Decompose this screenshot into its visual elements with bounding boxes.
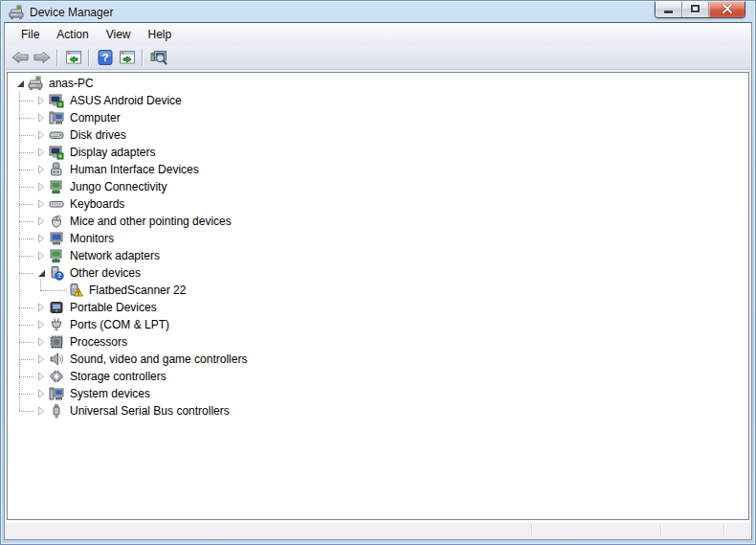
expander-collapsed-icon[interactable] bbox=[35, 112, 47, 124]
tree-item-disk-drives[interactable]: Disk drives bbox=[8, 126, 748, 144]
forward-arrow-icon bbox=[33, 50, 52, 65]
expander-collapsed-icon[interactable] bbox=[35, 353, 47, 365]
expander-collapsed-icon[interactable] bbox=[35, 129, 47, 141]
tree-item-human-interface-devices[interactable]: Human Interface Devices bbox=[8, 161, 748, 178]
unknown-device-warning-icon bbox=[68, 283, 83, 298]
toolbar-separator bbox=[88, 49, 89, 66]
status-bar bbox=[7, 522, 749, 538]
storage-controller-icon bbox=[49, 369, 64, 384]
tree-item-ports-com-lpt[interactable]: Ports (COM & LPT) bbox=[8, 316, 748, 333]
menu-view[interactable]: View bbox=[98, 25, 140, 44]
display-adapter-icon bbox=[49, 93, 64, 108]
expander-collapsed-icon[interactable] bbox=[35, 181, 47, 193]
menu-action[interactable]: Action bbox=[48, 25, 97, 44]
tree-item-usb-controllers[interactable]: Universal Serial Bus controllers bbox=[8, 402, 748, 420]
forward-button[interactable] bbox=[31, 47, 53, 68]
tree-item-network-adapters[interactable]: Network adapters bbox=[8, 247, 748, 264]
show-hide-action-pane-button[interactable] bbox=[116, 47, 138, 68]
tree-item-sound-video-game-controllers[interactable]: Sound, video and game controllers bbox=[8, 351, 748, 368]
expander-collapsed-icon[interactable] bbox=[35, 147, 47, 158]
maximize-button[interactable] bbox=[682, 0, 709, 17]
expander-collapsed-icon[interactable] bbox=[35, 319, 47, 330]
action-pane-icon bbox=[120, 50, 135, 65]
status-separator bbox=[660, 525, 661, 536]
toolbar-separator bbox=[142, 49, 143, 66]
scan-hardware-icon bbox=[150, 50, 167, 65]
maximize-icon bbox=[691, 5, 700, 12]
expander-collapsed-icon[interactable] bbox=[35, 233, 47, 244]
title-bar[interactable]: Device Manager bbox=[1, 1, 755, 22]
expander-expanded-icon[interactable] bbox=[35, 267, 47, 279]
tree-item-portable-devices[interactable]: Portable Devices bbox=[8, 299, 748, 316]
computer-monitor-icon bbox=[49, 110, 64, 125]
back-arrow-icon bbox=[11, 50, 30, 65]
status-separator bbox=[723, 525, 724, 536]
unknown-device-icon bbox=[49, 265, 64, 281]
tree-item-computer[interactable]: Computer bbox=[8, 109, 748, 126]
display-adapter-icon bbox=[49, 145, 64, 160]
mouse-icon bbox=[49, 214, 64, 229]
serial-port-icon bbox=[49, 317, 64, 332]
minimize-icon bbox=[664, 11, 673, 13]
network-adapter-icon bbox=[49, 248, 64, 263]
tree-item-jungo-connectivity[interactable]: Jungo Connectivity bbox=[8, 178, 748, 195]
expander-collapsed-icon[interactable] bbox=[35, 216, 47, 227]
toolbar-separator bbox=[56, 49, 57, 66]
expander-collapsed-icon[interactable] bbox=[35, 250, 47, 261]
client-area: File Action View Help bbox=[4, 22, 752, 540]
close-icon bbox=[722, 4, 733, 13]
expander-collapsed-icon[interactable] bbox=[35, 371, 47, 382]
close-button[interactable] bbox=[709, 0, 745, 17]
menu-file[interactable]: File bbox=[12, 25, 48, 44]
expander-collapsed-icon[interactable] bbox=[35, 95, 47, 106]
network-adapter-icon bbox=[49, 179, 64, 194]
monitor-icon bbox=[49, 231, 64, 246]
tree-item-display-adapters[interactable]: Display adapters bbox=[8, 144, 748, 161]
tree-item-mice[interactable]: Mice and other pointing devices bbox=[8, 213, 748, 230]
computer-icon bbox=[28, 76, 43, 91]
menu-help[interactable]: Help bbox=[140, 25, 181, 44]
tree-item-flatbedscanner-22[interactable]: FlatbedScanner 22 bbox=[8, 282, 748, 299]
hid-device-icon bbox=[49, 162, 64, 177]
status-separator bbox=[531, 525, 532, 536]
show-hide-console-tree-button[interactable] bbox=[62, 47, 84, 68]
help-button[interactable] bbox=[94, 47, 116, 68]
tree-item-asus-android-device[interactable]: ASUS Android Device bbox=[8, 92, 748, 109]
tree-item-keyboards[interactable]: Keyboards bbox=[8, 195, 748, 213]
portable-device-icon bbox=[49, 300, 64, 315]
usb-controller-icon bbox=[49, 403, 64, 419]
tree-item-anas-pc[interactable]: anas-PC bbox=[8, 75, 748, 92]
disk-drive-icon bbox=[49, 127, 64, 143]
window-title: Device Manager bbox=[30, 6, 113, 19]
tree-item-storage-controllers[interactable]: Storage controllers bbox=[8, 368, 748, 385]
speaker-icon bbox=[49, 352, 64, 367]
scan-for-hardware-changes-button[interactable] bbox=[147, 47, 169, 68]
device-manager-icon bbox=[9, 5, 24, 20]
computer-monitor-icon bbox=[49, 386, 64, 401]
back-button[interactable] bbox=[9, 47, 31, 68]
expander-collapsed-icon[interactable] bbox=[35, 164, 47, 175]
minimize-button[interactable] bbox=[656, 0, 682, 17]
menu-bar: File Action View Help bbox=[6, 23, 750, 45]
window-controls bbox=[655, 0, 745, 18]
tree-item-system-devices[interactable]: System devices bbox=[8, 385, 748, 402]
keyboard-icon bbox=[49, 196, 64, 212]
tree-item-other-devices[interactable]: Other devices bbox=[8, 264, 748, 282]
expander-collapsed-icon[interactable] bbox=[35, 336, 47, 348]
expander-collapsed-icon[interactable] bbox=[35, 302, 47, 313]
tree-item-monitors[interactable]: Monitors bbox=[8, 230, 748, 247]
expander-collapsed-icon[interactable] bbox=[35, 198, 47, 210]
expander-collapsed-icon[interactable] bbox=[35, 405, 47, 417]
toolbar bbox=[6, 45, 750, 70]
tree-item-processors[interactable]: Processors bbox=[8, 333, 748, 351]
device-tree[interactable]: anas-PC ASUS Android Device Computer bbox=[7, 72, 749, 520]
console-tree-icon bbox=[66, 50, 81, 65]
expander-collapsed-icon[interactable] bbox=[35, 388, 47, 399]
help-icon bbox=[98, 50, 113, 65]
processor-icon bbox=[49, 334, 64, 350]
expander-expanded-icon[interactable] bbox=[14, 78, 26, 89]
